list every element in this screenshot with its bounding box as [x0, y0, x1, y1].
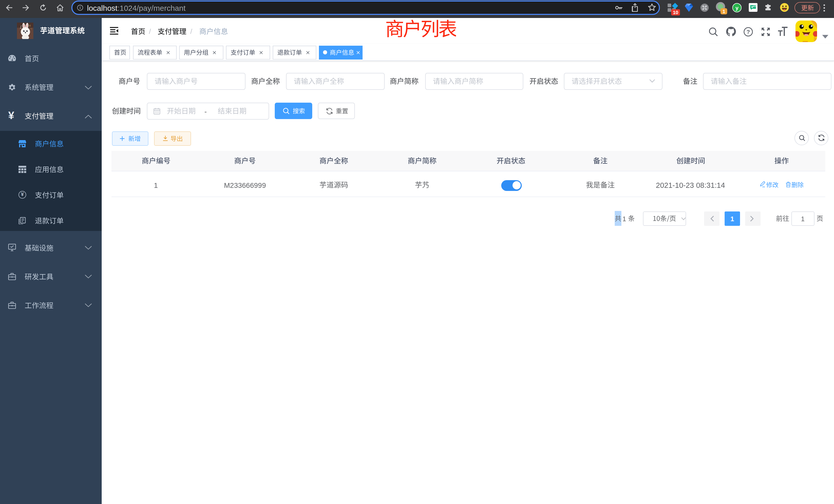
- svg-text:10: 10: [673, 10, 678, 15]
- svg-text:?: ?: [746, 28, 750, 35]
- svg-text:1: 1: [723, 9, 725, 14]
- svg-text:y: y: [736, 5, 739, 11]
